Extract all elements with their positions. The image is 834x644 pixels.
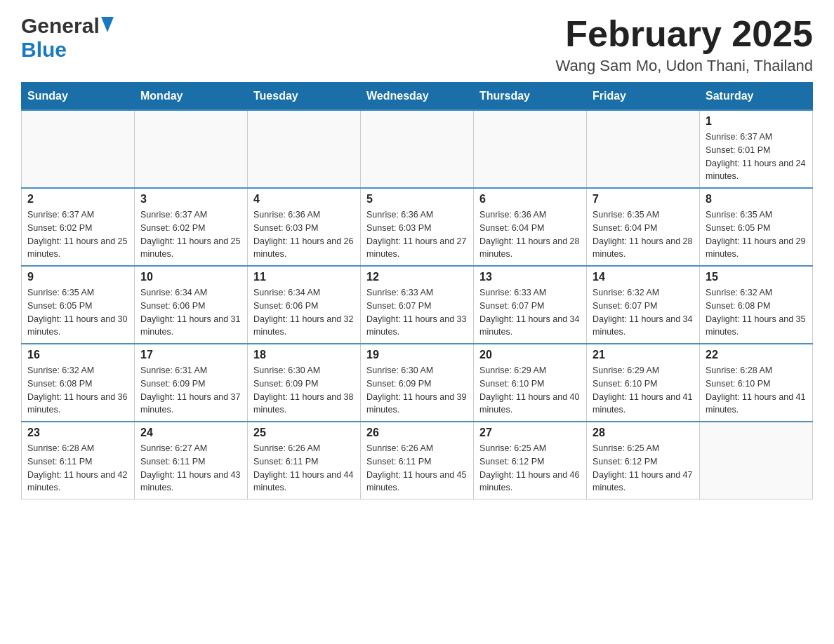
calendar-cell: 2Sunrise: 6:37 AMSunset: 6:02 PMDaylight… bbox=[22, 188, 135, 266]
day-number: 22 bbox=[706, 349, 807, 361]
day-number: 20 bbox=[479, 349, 581, 361]
calendar-week-row: 2Sunrise: 6:37 AMSunset: 6:02 PMDaylight… bbox=[22, 188, 813, 266]
calendar-cell: 8Sunrise: 6:35 AMSunset: 6:05 PMDaylight… bbox=[700, 188, 813, 266]
calendar-cell: 25Sunrise: 6:26 AMSunset: 6:11 PMDayligh… bbox=[248, 422, 361, 499]
calendar-cell: 4Sunrise: 6:36 AMSunset: 6:03 PMDaylight… bbox=[248, 188, 361, 266]
day-number: 24 bbox=[140, 427, 241, 439]
day-info: Sunrise: 6:37 AMSunset: 6:01 PMDaylight:… bbox=[706, 130, 807, 183]
calendar-cell bbox=[22, 110, 135, 188]
day-info: Sunrise: 6:35 AMSunset: 6:05 PMDaylight:… bbox=[27, 286, 128, 339]
calendar-cell bbox=[135, 110, 248, 188]
day-number: 7 bbox=[593, 193, 694, 206]
day-number: 6 bbox=[479, 193, 581, 206]
calendar-cell: 27Sunrise: 6:25 AMSunset: 6:12 PMDayligh… bbox=[474, 422, 587, 499]
day-number: 8 bbox=[706, 193, 807, 206]
month-title: February 2025 bbox=[556, 14, 813, 54]
day-info: Sunrise: 6:31 AMSunset: 6:09 PMDaylight:… bbox=[140, 364, 241, 417]
day-info: Sunrise: 6:35 AMSunset: 6:04 PMDaylight:… bbox=[593, 208, 694, 261]
calendar-header-monday: Monday bbox=[135, 83, 248, 111]
day-number: 25 bbox=[253, 427, 355, 439]
location-title: Wang Sam Mo, Udon Thani, Thailand bbox=[556, 57, 813, 75]
day-number: 15 bbox=[706, 271, 807, 283]
logo-general-text: General bbox=[21, 14, 100, 38]
day-number: 1 bbox=[706, 115, 807, 128]
calendar-cell: 12Sunrise: 6:33 AMSunset: 6:07 PMDayligh… bbox=[361, 266, 474, 344]
day-info: Sunrise: 6:34 AMSunset: 6:06 PMDaylight:… bbox=[253, 286, 355, 339]
day-number: 28 bbox=[593, 427, 694, 439]
day-number: 23 bbox=[27, 427, 128, 439]
day-number: 12 bbox=[366, 271, 468, 283]
calendar-cell bbox=[248, 110, 361, 188]
day-number: 9 bbox=[27, 271, 128, 283]
day-info: Sunrise: 6:37 AMSunset: 6:02 PMDaylight:… bbox=[140, 208, 241, 261]
day-info: Sunrise: 6:33 AMSunset: 6:07 PMDaylight:… bbox=[479, 286, 581, 339]
day-number: 3 bbox=[140, 193, 241, 206]
calendar-cell: 24Sunrise: 6:27 AMSunset: 6:11 PMDayligh… bbox=[135, 422, 248, 499]
calendar-cell: 28Sunrise: 6:25 AMSunset: 6:12 PMDayligh… bbox=[587, 422, 700, 499]
day-info: Sunrise: 6:37 AMSunset: 6:02 PMDaylight:… bbox=[27, 208, 128, 261]
day-number: 5 bbox=[366, 193, 468, 206]
calendar-header-wednesday: Wednesday bbox=[361, 83, 474, 111]
day-number: 4 bbox=[253, 193, 355, 206]
calendar-header-row: SundayMondayTuesdayWednesdayThursdayFrid… bbox=[22, 83, 813, 111]
title-block: February 2025 Wang Sam Mo, Udon Thani, T… bbox=[556, 14, 813, 75]
calendar-header-saturday: Saturday bbox=[700, 83, 813, 111]
calendar-week-row: 9Sunrise: 6:35 AMSunset: 6:05 PMDaylight… bbox=[22, 266, 813, 344]
calendar-cell: 20Sunrise: 6:29 AMSunset: 6:10 PMDayligh… bbox=[474, 344, 587, 422]
calendar-cell: 23Sunrise: 6:28 AMSunset: 6:11 PMDayligh… bbox=[22, 422, 135, 499]
day-info: Sunrise: 6:26 AMSunset: 6:11 PMDaylight:… bbox=[366, 442, 468, 495]
calendar-week-row: 16Sunrise: 6:32 AMSunset: 6:08 PMDayligh… bbox=[22, 344, 813, 422]
calendar-table: SundayMondayTuesdayWednesdayThursdayFrid… bbox=[21, 82, 813, 499]
calendar-header-sunday: Sunday bbox=[22, 83, 135, 111]
page-header: General Blue February 2025 Wang Sam Mo, … bbox=[21, 14, 813, 75]
calendar-cell bbox=[700, 422, 813, 499]
day-info: Sunrise: 6:29 AMSunset: 6:10 PMDaylight:… bbox=[593, 364, 694, 417]
calendar-header-tuesday: Tuesday bbox=[248, 83, 361, 111]
day-info: Sunrise: 6:36 AMSunset: 6:04 PMDaylight:… bbox=[479, 208, 581, 261]
day-number: 14 bbox=[593, 271, 694, 283]
day-info: Sunrise: 6:25 AMSunset: 6:12 PMDaylight:… bbox=[479, 442, 581, 495]
calendar-cell: 19Sunrise: 6:30 AMSunset: 6:09 PMDayligh… bbox=[361, 344, 474, 422]
calendar-cell: 9Sunrise: 6:35 AMSunset: 6:05 PMDaylight… bbox=[22, 266, 135, 344]
day-number: 16 bbox=[27, 349, 128, 361]
calendar-cell: 17Sunrise: 6:31 AMSunset: 6:09 PMDayligh… bbox=[135, 344, 248, 422]
calendar-header-thursday: Thursday bbox=[474, 83, 587, 111]
day-info: Sunrise: 6:28 AMSunset: 6:11 PMDaylight:… bbox=[27, 442, 128, 495]
day-number: 27 bbox=[479, 427, 581, 439]
day-number: 17 bbox=[140, 349, 241, 361]
day-number: 2 bbox=[27, 193, 128, 206]
calendar-cell bbox=[587, 110, 700, 188]
day-info: Sunrise: 6:26 AMSunset: 6:11 PMDaylight:… bbox=[253, 442, 355, 495]
calendar-cell: 16Sunrise: 6:32 AMSunset: 6:08 PMDayligh… bbox=[22, 344, 135, 422]
day-info: Sunrise: 6:32 AMSunset: 6:08 PMDaylight:… bbox=[27, 364, 128, 417]
day-info: Sunrise: 6:36 AMSunset: 6:03 PMDaylight:… bbox=[366, 208, 468, 261]
calendar-cell: 1Sunrise: 6:37 AMSunset: 6:01 PMDaylight… bbox=[700, 110, 813, 188]
calendar-cell: 15Sunrise: 6:32 AMSunset: 6:08 PMDayligh… bbox=[700, 266, 813, 344]
day-info: Sunrise: 6:27 AMSunset: 6:11 PMDaylight:… bbox=[140, 442, 241, 495]
day-info: Sunrise: 6:34 AMSunset: 6:06 PMDaylight:… bbox=[140, 286, 241, 339]
calendar-cell bbox=[474, 110, 587, 188]
day-info: Sunrise: 6:30 AMSunset: 6:09 PMDaylight:… bbox=[253, 364, 355, 417]
day-info: Sunrise: 6:32 AMSunset: 6:07 PMDaylight:… bbox=[593, 286, 694, 339]
day-number: 21 bbox=[593, 349, 694, 361]
logo-triangle-icon bbox=[101, 17, 114, 35]
calendar-cell bbox=[361, 110, 474, 188]
logo-blue-text: Blue bbox=[21, 38, 67, 62]
day-number: 10 bbox=[140, 271, 241, 283]
calendar-cell: 10Sunrise: 6:34 AMSunset: 6:06 PMDayligh… bbox=[135, 266, 248, 344]
day-number: 19 bbox=[366, 349, 468, 361]
day-number: 18 bbox=[253, 349, 355, 361]
calendar-cell: 21Sunrise: 6:29 AMSunset: 6:10 PMDayligh… bbox=[587, 344, 700, 422]
calendar-header-friday: Friday bbox=[587, 83, 700, 111]
calendar-cell: 22Sunrise: 6:28 AMSunset: 6:10 PMDayligh… bbox=[700, 344, 813, 422]
calendar-week-row: 23Sunrise: 6:28 AMSunset: 6:11 PMDayligh… bbox=[22, 422, 813, 499]
calendar-cell: 6Sunrise: 6:36 AMSunset: 6:04 PMDaylight… bbox=[474, 188, 587, 266]
calendar-week-row: 1Sunrise: 6:37 AMSunset: 6:01 PMDaylight… bbox=[22, 110, 813, 188]
calendar-cell: 3Sunrise: 6:37 AMSunset: 6:02 PMDaylight… bbox=[135, 188, 248, 266]
calendar-cell: 11Sunrise: 6:34 AMSunset: 6:06 PMDayligh… bbox=[248, 266, 361, 344]
calendar-cell: 18Sunrise: 6:30 AMSunset: 6:09 PMDayligh… bbox=[248, 344, 361, 422]
calendar-cell: 7Sunrise: 6:35 AMSunset: 6:04 PMDaylight… bbox=[587, 188, 700, 266]
calendar-cell: 5Sunrise: 6:36 AMSunset: 6:03 PMDaylight… bbox=[361, 188, 474, 266]
day-number: 13 bbox=[479, 271, 581, 283]
calendar-cell: 26Sunrise: 6:26 AMSunset: 6:11 PMDayligh… bbox=[361, 422, 474, 499]
